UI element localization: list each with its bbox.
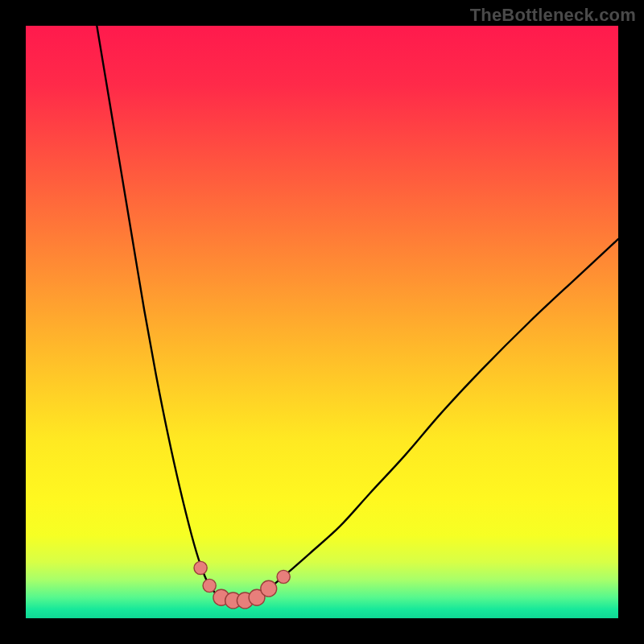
outer-frame: TheBottleneck.com — [0, 0, 644, 644]
optimal-markers — [194, 561, 290, 609]
optimal-marker — [203, 579, 216, 592]
curve-layer — [26, 26, 618, 618]
optimal-marker — [194, 561, 207, 574]
watermark-label: TheBottleneck.com — [470, 5, 636, 26]
plot-area — [26, 26, 618, 618]
optimal-marker — [277, 570, 290, 583]
bottleneck-curve — [97, 26, 618, 601]
optimal-marker — [261, 580, 277, 597]
